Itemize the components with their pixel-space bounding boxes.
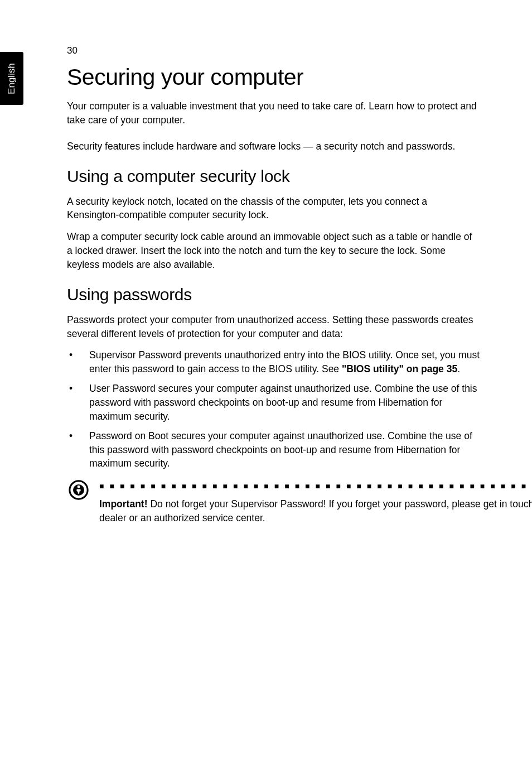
intro-paragraph-2: Security features include hardware and s…	[67, 140, 480, 153]
important-icon	[68, 479, 89, 501]
list-item: Supervisor Password prevents unauthorize…	[67, 348, 480, 376]
list-item: Password on Boot secures your computer a…	[67, 429, 480, 471]
language-label: English	[6, 63, 17, 94]
intro-paragraph-1: Your computer is a valuable investment t…	[67, 99, 480, 127]
note-label: Important!	[99, 498, 148, 510]
security-lock-paragraph-1: A security keylock notch, located on the…	[67, 195, 480, 223]
svg-point-2	[78, 486, 80, 488]
passwords-intro: Passwords protect your computer from una…	[67, 313, 480, 341]
heading-main: Securing your computer	[67, 64, 480, 90]
list-item: User Password secures your computer agai…	[67, 382, 480, 424]
password-list: Supervisor Password prevents unauthorize…	[67, 348, 480, 470]
heading-passwords: Using passwords	[67, 285, 480, 304]
important-note-block: ■■■■■■■■■■■■■■■■■■■■■■■■■■■■■■■■■■■■■■■■…	[67, 482, 480, 525]
page-number: 30	[67, 45, 78, 56]
note-content: ■■■■■■■■■■■■■■■■■■■■■■■■■■■■■■■■■■■■■■■■…	[99, 482, 532, 525]
svg-rect-3	[78, 491, 80, 494]
note-text: Important! Do not forget your Supervisor…	[99, 497, 532, 525]
security-lock-paragraph-2: Wrap a computer security lock cable arou…	[67, 230, 480, 272]
heading-security-lock: Using a computer security lock	[67, 167, 480, 186]
dotted-divider: ■■■■■■■■■■■■■■■■■■■■■■■■■■■■■■■■■■■■■■■■…	[99, 482, 532, 492]
list-item-text-c: .	[457, 363, 460, 374]
page-content: Securing your computer Your computer is …	[67, 64, 480, 525]
cross-reference-link[interactable]: "BIOS utility" on page 35	[342, 363, 457, 374]
language-side-tab: English	[0, 52, 23, 105]
note-body: Do not forget your Supervisor Password! …	[99, 498, 532, 523]
